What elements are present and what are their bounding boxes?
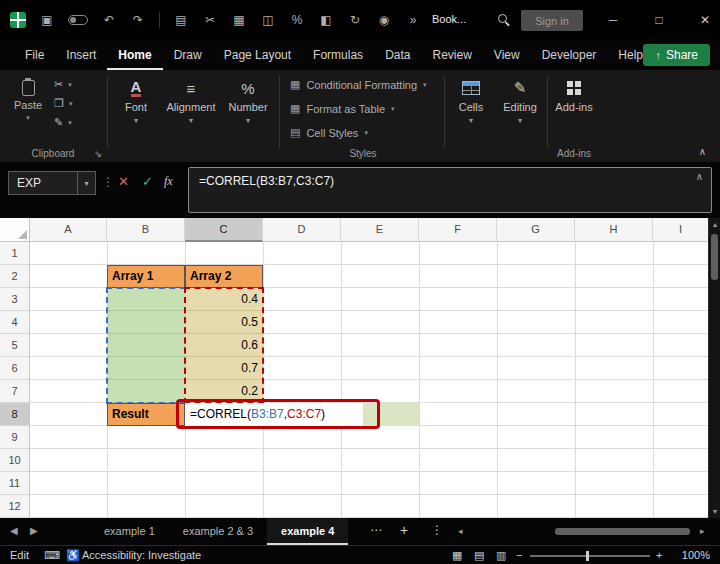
tab-insert[interactable]: Insert bbox=[55, 40, 107, 70]
sheet-options-icon[interactable]: ⋮ bbox=[431, 523, 443, 537]
row-header-2[interactable]: 2 bbox=[0, 265, 30, 288]
merge-quick-icon[interactable]: ◫ bbox=[260, 13, 276, 27]
column-header-e[interactable]: E bbox=[341, 218, 419, 242]
collapse-formula-bar-icon[interactable]: ∧ bbox=[696, 171, 703, 182]
minimize-button[interactable]: ─ bbox=[598, 0, 628, 40]
cell-c3[interactable]: 0.4 bbox=[185, 288, 263, 311]
cell-c4[interactable]: 0.5 bbox=[185, 311, 263, 334]
format-as-table-button[interactable]: ▦ Format as Table ▾ bbox=[290, 102, 395, 115]
cells-group-button[interactable]: Cells ▾ bbox=[448, 70, 494, 162]
number-group-button[interactable]: % Number ▾ bbox=[222, 70, 274, 162]
zoom-level[interactable]: 100% bbox=[682, 549, 710, 561]
redo-icon[interactable]: ↷ bbox=[130, 13, 146, 27]
copy-button[interactable]: ❐ ▾ bbox=[54, 97, 72, 110]
column-header-d[interactable]: D bbox=[263, 218, 341, 242]
normal-view-icon[interactable]: ▦ bbox=[452, 549, 462, 562]
table-quick-icon[interactable]: ▦ bbox=[231, 13, 247, 27]
insert-function-icon[interactable]: fx bbox=[164, 174, 173, 189]
more-commands-icon[interactable]: » bbox=[405, 13, 421, 27]
tab-developer[interactable]: Developer bbox=[531, 40, 608, 70]
zoom-slider-track[interactable] bbox=[530, 555, 650, 557]
clipboard-quick-icon[interactable]: ▤ bbox=[173, 13, 189, 27]
row-header-12[interactable]: 12 bbox=[0, 495, 30, 518]
cell-c6[interactable]: 0.7 bbox=[185, 357, 263, 380]
camera-quick-icon[interactable]: ◉ bbox=[376, 13, 392, 27]
more-sheets-icon[interactable]: ⋯ bbox=[370, 523, 382, 537]
accessibility-status[interactable]: Accessibility: Investigate bbox=[82, 549, 201, 561]
tab-formulas[interactable]: Formulas bbox=[302, 40, 374, 70]
scroll-down-icon[interactable]: ▾ bbox=[709, 507, 720, 516]
row-header-5[interactable]: 5 bbox=[0, 334, 30, 357]
next-sheet-icon[interactable]: ▶ bbox=[30, 525, 38, 536]
vertical-scrollbar[interactable]: ▴ ▾ bbox=[708, 218, 720, 518]
enter-formula-icon[interactable]: ✓ bbox=[142, 174, 153, 189]
percent-quick-icon[interactable]: % bbox=[289, 13, 305, 27]
column-header-c[interactable]: C bbox=[185, 218, 263, 242]
paste-button[interactable]: Paste ▾ bbox=[8, 76, 48, 148]
editing-group-button[interactable]: ✎ Editing ▾ bbox=[497, 70, 543, 162]
zoom-slider-thumb[interactable] bbox=[586, 551, 589, 561]
scroll-up-icon[interactable]: ▴ bbox=[709, 220, 720, 229]
select-all-button[interactable] bbox=[0, 218, 30, 242]
zoom-out-icon[interactable]: − bbox=[516, 549, 522, 561]
page-layout-view-icon[interactable]: ▤ bbox=[474, 549, 484, 562]
row-header-9[interactable]: 9 bbox=[0, 426, 30, 449]
clipboard-dialog-launcher-icon[interactable]: ⇘ bbox=[94, 149, 102, 159]
sign-in-button[interactable]: Sign in bbox=[521, 10, 583, 31]
cell-c7[interactable]: 0.2 bbox=[185, 380, 263, 403]
collapse-ribbon-icon[interactable]: ∧ bbox=[699, 146, 706, 157]
tab-review[interactable]: Review bbox=[421, 40, 482, 70]
cut-button[interactable]: ✂ ▾ bbox=[54, 78, 72, 91]
tab-page-layout[interactable]: Page Layout bbox=[213, 40, 302, 70]
row-header-11[interactable]: 11 bbox=[0, 472, 30, 495]
column-header-b[interactable]: B bbox=[107, 218, 185, 242]
tab-view[interactable]: View bbox=[483, 40, 531, 70]
vertical-scrollbar-thumb[interactable] bbox=[711, 234, 718, 280]
cut-quick-icon[interactable]: ✂ bbox=[202, 13, 218, 27]
tab-home[interactable]: Home bbox=[107, 40, 162, 70]
row-header-8[interactable]: 8 bbox=[0, 403, 30, 426]
tab-file[interactable]: File bbox=[14, 40, 55, 70]
column-header-g[interactable]: G bbox=[497, 218, 575, 242]
conditional-formatting-button[interactable]: ▦ Conditional Formatting ▾ bbox=[290, 78, 427, 91]
horizontal-scrollbar-thumb[interactable] bbox=[555, 528, 690, 535]
column-header-f[interactable]: F bbox=[419, 218, 497, 242]
hscroll-right-icon[interactable]: ▸ bbox=[700, 526, 705, 536]
range-b3-b7[interactable] bbox=[107, 288, 185, 403]
hscroll-left-icon[interactable]: ◂ bbox=[458, 526, 463, 536]
previous-sheet-icon[interactable]: ◀ bbox=[10, 525, 18, 536]
row-header-7[interactable]: 7 bbox=[0, 380, 30, 403]
range-c3-c7[interactable]: 0.4 0.5 0.6 0.7 0.2 bbox=[185, 288, 263, 403]
tab-data[interactable]: Data bbox=[374, 40, 421, 70]
cells-area[interactable]: Array 1 Array 2 0.4 0.5 0.6 0.7 0.2 Resu… bbox=[30, 242, 708, 518]
cancel-formula-icon[interactable]: ✕ bbox=[118, 174, 129, 189]
keyboard-icon[interactable]: ⌨ bbox=[44, 549, 60, 562]
font-group-button[interactable]: A Font ▾ bbox=[112, 70, 160, 162]
tab-draw[interactable]: Draw bbox=[163, 40, 213, 70]
sheet-tab-example-4[interactable]: example 4 bbox=[267, 518, 348, 545]
zoom-in-icon[interactable]: + bbox=[656, 549, 662, 561]
undo-icon[interactable]: ↶ bbox=[101, 13, 117, 27]
cell-styles-button[interactable]: ▤ Cell Styles ▾ bbox=[290, 126, 368, 139]
cell-c5[interactable]: 0.6 bbox=[185, 334, 263, 357]
new-sheet-button[interactable]: + bbox=[400, 522, 408, 538]
addins-group-button[interactable]: Add-ins Add-ins bbox=[551, 70, 597, 162]
sheet-tab-example-2-3[interactable]: example 2 & 3 bbox=[169, 518, 267, 545]
cell-b2[interactable]: Array 1 bbox=[107, 265, 185, 288]
close-button[interactable]: ✕ bbox=[690, 0, 720, 40]
cell-c8-edit[interactable]: =CORREL(B3:B7,C3:C7) bbox=[185, 403, 363, 426]
page-break-view-icon[interactable]: ▥ bbox=[496, 549, 506, 562]
name-box[interactable]: EXP ▾ bbox=[8, 171, 96, 195]
accessibility-icon[interactable]: ♿ bbox=[66, 549, 80, 562]
column-header-i[interactable]: I bbox=[653, 218, 708, 242]
column-header-a[interactable]: A bbox=[30, 218, 107, 242]
row-header-10[interactable]: 10 bbox=[0, 449, 30, 472]
search-icon[interactable] bbox=[498, 14, 507, 23]
sheet-tab-example-1[interactable]: example 1 bbox=[90, 518, 169, 545]
row-header-6[interactable]: 6 bbox=[0, 357, 30, 380]
cell-b8[interactable]: Result bbox=[107, 403, 185, 426]
name-box-dropdown-icon[interactable]: ▾ bbox=[77, 172, 95, 194]
fill-color-quick-icon[interactable]: ◧ bbox=[318, 13, 334, 27]
formula-bar-handle-icon[interactable]: ⋮ bbox=[102, 175, 114, 189]
format-painter-button[interactable]: ✎ ▾ bbox=[54, 116, 72, 129]
